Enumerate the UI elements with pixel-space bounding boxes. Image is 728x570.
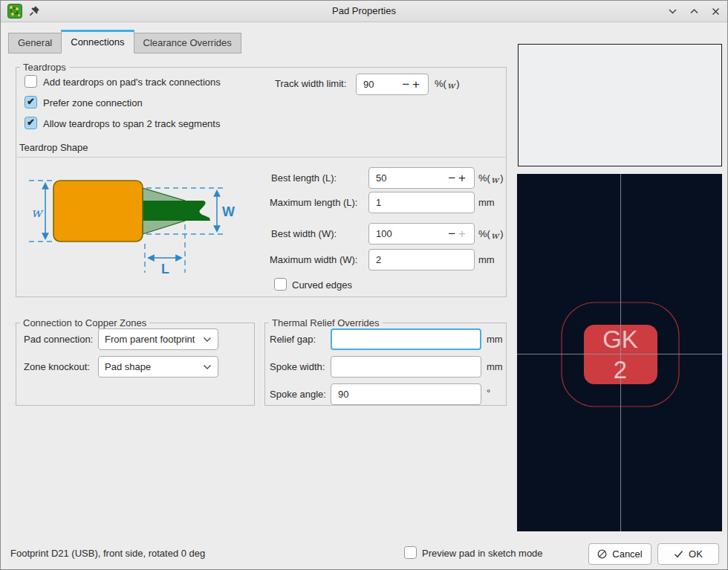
cancel-button[interactable]: Cancel	[588, 543, 651, 565]
add-teardrops-checkbox[interactable]	[25, 75, 37, 88]
footprint-status-text: Footprint D21 (USB), front side, rotated…	[10, 548, 205, 559]
zone-knockout-value: Pad shape	[105, 361, 151, 372]
best-width-label: Best width (W):	[271, 228, 337, 239]
best-length-value[interactable]: 50	[376, 172, 446, 184]
pad-properties-dialog: Pad Properties General Connections Clear…	[0, 0, 728, 570]
ok-button[interactable]: OK	[657, 543, 719, 565]
thermal-relief-legend: Thermal Relief Overrides	[269, 317, 383, 328]
track-width-limit-unit: %(w)	[435, 78, 460, 89]
close-icon[interactable]	[709, 5, 721, 17]
best-length-label: Best length (L):	[271, 172, 337, 184]
cancel-button-label: Cancel	[612, 548, 642, 560]
pad-number-line2: 2	[614, 356, 627, 383]
track-width-limit-decrement-button[interactable]: −	[400, 78, 411, 91]
spoke-angle-unit: °	[487, 387, 490, 398]
ok-button-label: OK	[689, 548, 703, 560]
sketch-mode-label: Preview pad in sketch mode	[422, 548, 543, 559]
relief-gap-label: Relief gap:	[270, 334, 316, 345]
teardrop-shape-diagram: w W L	[27, 171, 235, 275]
tab-clearance-overrides[interactable]: Clearance Overrides	[134, 33, 241, 54]
w-dimension-label: w	[31, 205, 44, 220]
best-width-unit: %(w)	[478, 228, 504, 239]
zone-knockout-select[interactable]: Pad shape	[98, 356, 218, 378]
copper-zones-group: Connection to Copper Zones Pad connectio…	[16, 323, 255, 406]
max-length-input[interactable]: 1	[368, 192, 475, 213]
max-length-value[interactable]: 1	[376, 197, 381, 208]
spoke-angle-input[interactable]: 90	[331, 383, 481, 405]
pad-top-preview-panel	[518, 44, 722, 166]
allow-span-checkbox[interactable]	[25, 117, 37, 129]
spoke-angle-value[interactable]: 90	[338, 389, 348, 400]
best-length-unit: %(w)	[478, 172, 504, 184]
tab-general[interactable]: General	[8, 33, 62, 54]
teardrop-shape-header: Teardrop Shape	[19, 142, 88, 153]
pad-connection-select[interactable]: From parent footprint	[98, 328, 218, 350]
best-length-spinner[interactable]: 50 − +	[368, 167, 475, 189]
curved-edges-label: Curved edges	[292, 279, 352, 291]
relief-gap-input[interactable]	[331, 328, 481, 350]
max-length-unit: mm	[478, 197, 495, 208]
track-width-limit-spinner[interactable]: 90 − +	[356, 74, 429, 95]
best-length-increment-button[interactable]: +	[457, 172, 467, 184]
best-width-decrement-button[interactable]: −	[446, 227, 457, 240]
thermal-relief-group: Thermal Relief Overrides Relief gap: mm …	[264, 323, 507, 406]
cancel-prohibition-icon	[597, 549, 607, 559]
max-length-label: Maximum length (L):	[270, 197, 357, 208]
pin-icon[interactable]	[29, 5, 40, 16]
track-width-limit-label: Track width limit:	[275, 78, 346, 89]
curved-edges-checkbox[interactable]	[274, 278, 287, 291]
copper-zones-legend: Connection to Copper Zones	[20, 317, 149, 328]
best-width-increment-button: +	[457, 227, 467, 240]
pad-number-line1: GK	[602, 326, 638, 353]
allow-span-label: Allow teardrops to span 2 track segments	[43, 118, 220, 129]
chevron-down-icon	[203, 364, 212, 370]
maximize-chevron-up-icon[interactable]	[688, 5, 700, 17]
sketch-mode-checkbox[interactable]	[404, 546, 417, 559]
zone-knockout-label: Zone knockout:	[24, 361, 90, 372]
W-dimension-label: W	[222, 204, 235, 219]
best-width-value[interactable]: 100	[376, 228, 446, 239]
track-width-limit-value[interactable]: 90	[363, 79, 400, 90]
track-width-limit-increment-button[interactable]: +	[411, 78, 421, 91]
best-length-decrement-button[interactable]: −	[446, 172, 457, 184]
relief-gap-unit: mm	[487, 334, 503, 345]
spoke-width-unit: mm	[487, 361, 503, 372]
spoke-width-input[interactable]	[331, 356, 481, 378]
max-width-input[interactable]: 2	[368, 249, 475, 271]
shade-chevron-down-icon[interactable]	[666, 5, 678, 17]
titlebar[interactable]: Pad Properties	[1, 1, 727, 22]
teardrops-legend: Teardrops	[20, 62, 69, 73]
spoke-angle-label: Spoke angle:	[270, 389, 326, 400]
teardrop-shape-divider	[17, 157, 505, 158]
max-width-value[interactable]: 2	[376, 254, 381, 265]
teardrops-group: Teardrops Add teardrops on pad's track c…	[16, 67, 507, 297]
pad-connection-value: From parent footprint	[105, 334, 195, 345]
pad-board-preview-canvas: GK 2	[517, 174, 722, 531]
pad-connection-label: Pad connection:	[24, 334, 93, 345]
best-width-spinner[interactable]: 100 − +	[368, 223, 475, 244]
tab-connections[interactable]: Connections	[61, 30, 134, 54]
max-width-unit: mm	[478, 254, 495, 265]
prefer-zone-connection-checkbox[interactable]	[25, 96, 37, 109]
ok-check-icon	[674, 550, 683, 558]
kicad-app-icon	[7, 4, 22, 19]
chevron-down-icon	[203, 337, 212, 343]
track-shape	[143, 201, 210, 221]
max-width-label: Maximum width (W):	[270, 254, 357, 265]
pad-shape	[53, 181, 143, 242]
L-dimension-label: L	[161, 262, 169, 275]
add-teardrops-label: Add teardrops on pad's track connections	[43, 77, 221, 88]
tab-bar: General Connections Clearance Overrides	[8, 30, 241, 54]
spoke-width-label: Spoke width:	[270, 361, 325, 372]
prefer-zone-connection-label: Prefer zone connection	[43, 97, 143, 109]
window-title: Pad Properties	[1, 1, 727, 22]
